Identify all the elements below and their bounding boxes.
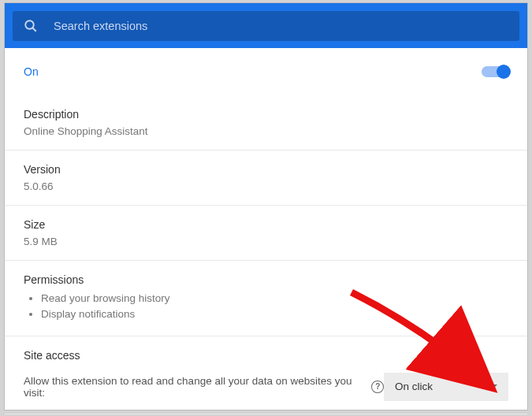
size-value: 5.9 MB (24, 236, 508, 247)
site-access-title: Site access (24, 349, 508, 362)
size-title: Size (24, 218, 508, 231)
permissions-title: Permissions (24, 273, 508, 286)
site-access-label: Allow this extension to read and change … (24, 375, 384, 399)
description-section: Description Online Shopping Assistant (5, 95, 527, 150)
svg-line-1 (32, 28, 36, 32)
svg-point-0 (25, 20, 34, 29)
site-access-row: Allow this extension to read and change … (24, 373, 508, 401)
description-title: Description (24, 108, 508, 121)
search-icon (24, 19, 38, 33)
toggle-thumb (497, 65, 511, 79)
site-access-section: Site access Allow this extension to read… (5, 336, 527, 414)
permissions-section: Permissions Read your browsing history D… (5, 261, 527, 336)
site-access-dropdown[interactable]: On click (384, 373, 508, 401)
status-label: On (24, 65, 39, 78)
size-section: Size 5.9 MB (5, 206, 527, 261)
dropdown-value: On click (395, 381, 433, 392)
status-section: On (5, 48, 527, 95)
chevron-down-icon (489, 384, 497, 388)
version-section: Version 5.0.66 (5, 150, 527, 206)
site-access-text: Allow this extension to read and change … (24, 375, 365, 399)
permissions-list: Read your browsing history Display notif… (24, 291, 508, 323)
search-bar[interactable] (13, 11, 519, 41)
search-input[interactable] (54, 20, 508, 32)
list-item: Display notifications (41, 306, 508, 322)
enable-toggle[interactable] (482, 66, 508, 77)
version-title: Version (24, 163, 508, 176)
list-item: Read your browsing history (41, 291, 508, 306)
content-area: On Description Online Shopping Assistant… (5, 48, 527, 416)
header-bar (5, 3, 527, 48)
help-icon[interactable]: ? (371, 381, 384, 393)
description-value: Online Shopping Assistant (24, 125, 508, 137)
version-value: 5.0.66 (24, 180, 508, 192)
